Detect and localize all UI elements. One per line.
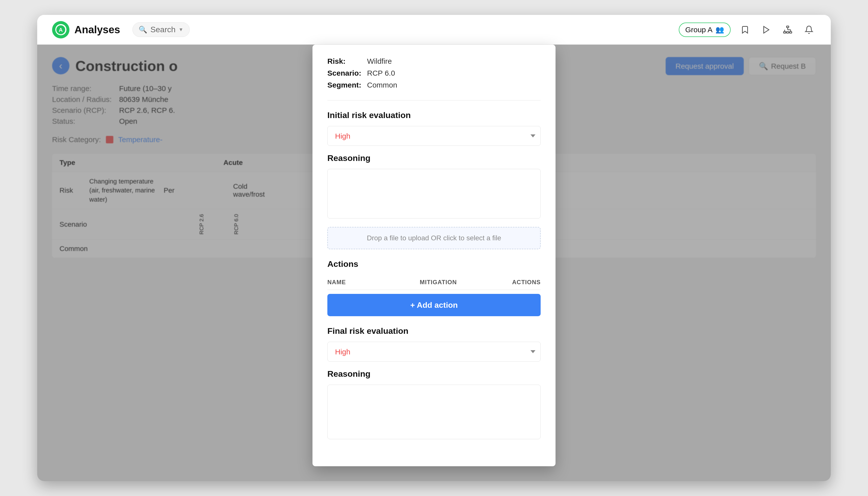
actions-section: Actions NAME MITIGATION ACTIONS + Add ac… <box>327 259 541 316</box>
modal-scenario-row: Scenario: RCP 6.0 <box>327 69 541 77</box>
svg-rect-6 <box>790 31 792 33</box>
app-title: Analyses <box>74 24 120 36</box>
final-reasoning-label: Reasoning <box>327 369 541 379</box>
modal-segment-row: Segment: Common <box>327 81 541 89</box>
initial-reasoning-label: Reasoning <box>327 153 541 163</box>
add-action-button[interactable]: + Add action <box>327 294 541 316</box>
search-label: Search <box>150 25 175 34</box>
group-label: Group A <box>685 26 713 34</box>
nav-right: Group A 👥 <box>679 22 816 37</box>
group-badge[interactable]: Group A 👥 <box>679 22 731 37</box>
svg-rect-5 <box>787 31 789 33</box>
modal-scenario-label: Scenario: <box>327 69 362 77</box>
hierarchy-icon[interactable] <box>781 23 795 37</box>
top-nav: A Analyses 🔍 Search ▼ Group A 👥 <box>37 15 831 45</box>
svg-rect-4 <box>784 31 786 33</box>
modal-risk-label: Risk: <box>327 57 362 65</box>
modal-risk-value: Wildfire <box>367 57 392 65</box>
modal-segment-value: Common <box>367 81 397 89</box>
svg-text:A: A <box>59 27 63 33</box>
main-content: ‹ Construction o Request approval 🔍 Requ… <box>37 45 831 481</box>
final-risk-select[interactable]: High Low Medium Very High <box>327 342 541 361</box>
file-drop-zone[interactable]: Drop a file to upload OR click to select… <box>327 227 541 249</box>
app-logo: A <box>52 21 69 38</box>
play-icon[interactable] <box>759 23 773 37</box>
search-bar[interactable]: 🔍 Search ▼ <box>133 22 189 37</box>
file-drop-text: Drop a file to upload OR click to select… <box>367 234 501 242</box>
bookmark-icon[interactable] <box>738 23 752 37</box>
svg-marker-2 <box>764 26 769 33</box>
final-risk-section: Final risk evaluation High Low Medium Ve… <box>327 326 541 448</box>
modal-overlay: Risk: Wildfire Scenario: RCP 6.0 Segment… <box>37 45 831 481</box>
modal-scenario-value: RCP 6.0 <box>367 69 395 77</box>
initial-risk-section: Initial risk evaluation High Low Medium … <box>327 110 541 227</box>
final-reasoning-textarea[interactable] <box>327 385 541 439</box>
logo-inner: A <box>55 24 66 35</box>
app-window: A Analyses 🔍 Search ▼ Group A 👥 <box>37 15 831 481</box>
modal-info: Risk: Wildfire Scenario: RCP 6.0 Segment… <box>327 57 541 100</box>
actions-table-header: NAME MITIGATION ACTIONS <box>327 275 541 290</box>
initial-reasoning-textarea[interactable] <box>327 169 541 218</box>
initial-risk-select[interactable]: High Low Medium Very High <box>327 126 541 146</box>
col-name: NAME <box>327 279 420 286</box>
modal-risk-row: Risk: Wildfire <box>327 57 541 65</box>
group-icon: 👥 <box>715 26 724 34</box>
modal-dialog: Risk: Wildfire Scenario: RCP 6.0 Segment… <box>312 45 556 466</box>
initial-risk-title: Initial risk evaluation <box>327 110 541 120</box>
actions-title: Actions <box>327 259 541 269</box>
final-risk-title: Final risk evaluation <box>327 326 541 336</box>
bell-icon[interactable] <box>802 23 816 37</box>
modal-segment-label: Segment: <box>327 81 362 89</box>
search-dropdown-icon: ▼ <box>179 27 184 32</box>
search-icon: 🔍 <box>139 26 147 34</box>
svg-rect-3 <box>787 26 789 28</box>
col-actions: ACTIONS <box>512 279 541 286</box>
col-mitigation: MITIGATION <box>420 279 512 286</box>
modal-scrollable-content[interactable]: Risk: Wildfire Scenario: RCP 6.0 Segment… <box>312 45 556 466</box>
